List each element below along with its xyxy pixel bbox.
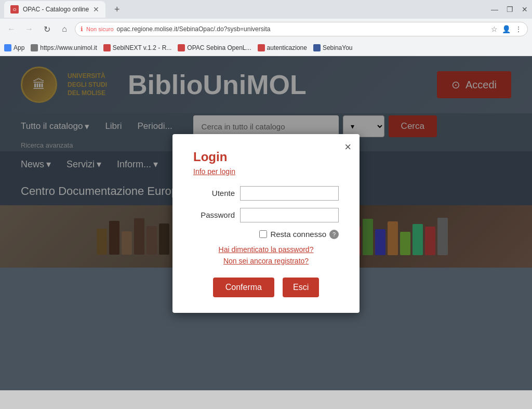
tab-close-button[interactable]: ✕: [93, 5, 99, 14]
bookmark-unimol[interactable]: https://www.unimol.it: [31, 44, 97, 51]
page-icon: [31, 44, 38, 51]
url-text: opac.regione.molise.it/SebinaOpac/.do?sy…: [117, 25, 488, 33]
bookmark-opac-label: OPAC Sebina OpenL...: [187, 44, 251, 51]
bookmark-autenticazione[interactable]: autenticazione: [258, 44, 307, 51]
bookmark-autenticazione-label: autenticazione: [267, 44, 307, 51]
back-button[interactable]: ←: [4, 22, 19, 36]
modal-overlay: × Login Info per login Utente Password R…: [0, 56, 532, 390]
home-button[interactable]: ⌂: [57, 22, 72, 36]
forgot-password-link[interactable]: Hai dimenticato la password?: [193, 245, 339, 254]
resta-connesso-checkbox[interactable]: [259, 230, 267, 238]
password-label: Password: [193, 210, 235, 219]
utente-row: Utente: [193, 186, 339, 201]
address-bar-row: ← → ↻ ⌂ ℹ Non sicuro opac.regione.molise…: [0, 19, 532, 39]
help-icon[interactable]: ?: [329, 230, 339, 239]
forward-button[interactable]: →: [22, 22, 36, 36]
modal-title: Login: [193, 150, 339, 164]
red-icon-3: [258, 44, 265, 51]
modal-info-link[interactable]: Info per login: [193, 167, 339, 176]
modal-buttons: Conferma Esci: [193, 278, 339, 297]
conferma-button[interactable]: Conferma: [213, 278, 274, 297]
title-bar: O OPAC - Catalogo online ✕ + — ❐ ✕: [0, 0, 532, 19]
tab-favicon: O: [10, 5, 19, 14]
new-tab-button[interactable]: +: [110, 2, 124, 17]
bookmark-sebinayou[interactable]: SebinaYou: [313, 44, 353, 51]
menu-icon[interactable]: ⋮: [515, 25, 522, 33]
resta-connesso-row: Resta connesso ?: [193, 230, 339, 239]
resta-connesso-label: Resta connesso: [270, 230, 326, 239]
red-icon-1: [103, 44, 111, 51]
address-bar-icons: ☆ 👤 ⋮: [491, 25, 522, 33]
window-controls: — ❐ ✕: [491, 5, 528, 14]
restore-button[interactable]: ❐: [507, 5, 513, 14]
modal-close-button[interactable]: ×: [344, 140, 351, 154]
password-row: Password: [193, 208, 339, 222]
minimize-button[interactable]: —: [491, 5, 498, 14]
page-content: 🏛 Università degli Studi del Molise Bibl…: [0, 56, 532, 390]
address-bar[interactable]: ℹ Non sicuro opac.regione.molise.it/Sebi…: [75, 22, 528, 36]
close-button[interactable]: ✕: [522, 5, 528, 14]
tab-title: OPAC - Catalogo online: [23, 6, 89, 13]
star-icon[interactable]: ☆: [491, 25, 498, 33]
lock-icon: ℹ: [81, 25, 83, 33]
bookmark-opac[interactable]: OPAC Sebina OpenL...: [178, 44, 251, 51]
login-modal: × Login Info per login Utente Password R…: [172, 134, 360, 313]
utente-input[interactable]: [240, 186, 339, 201]
active-tab[interactable]: O OPAC - Catalogo online ✕: [4, 1, 105, 18]
bookmark-sebinayou-label: SebinaYou: [323, 44, 353, 51]
red-icon-2: [178, 44, 185, 51]
bookmark-apps[interactable]: App: [4, 44, 24, 51]
security-label: Non sicuro: [86, 26, 114, 32]
utente-label: Utente: [193, 189, 235, 197]
browser-chrome: O OPAC - Catalogo online ✕ + — ❐ ✕ ← → ↻…: [0, 0, 532, 56]
esci-button[interactable]: Esci: [283, 278, 319, 297]
fb-icon-small: [313, 44, 321, 51]
bookmark-sebinext-label: SebiNEXT v.1.2 - R...: [113, 44, 172, 51]
apps-icon: [4, 44, 11, 51]
bookmark-unimol-label: https://www.unimol.it: [40, 44, 97, 51]
bookmark-apps-label: App: [14, 44, 24, 51]
account-icon[interactable]: 👤: [502, 25, 511, 33]
password-input[interactable]: [240, 208, 339, 222]
not-registered-link[interactable]: Non sei ancora registrato?: [193, 257, 339, 265]
bookmark-sebinext[interactable]: SebiNEXT v.1.2 - R...: [103, 44, 172, 51]
refresh-button[interactable]: ↻: [39, 22, 54, 36]
bookmarks-bar: App https://www.unimol.it SebiNEXT v.1.2…: [0, 39, 532, 56]
